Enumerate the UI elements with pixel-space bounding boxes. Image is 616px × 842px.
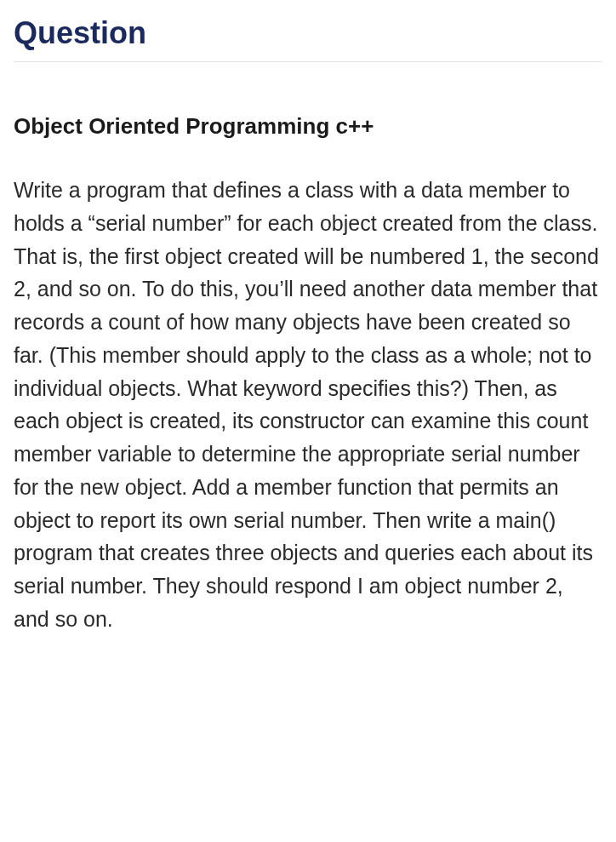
subject-title: Object Oriented Programming c++	[14, 113, 602, 140]
question-heading: Question	[14, 15, 602, 51]
section-divider	[14, 61, 602, 62]
question-body-text: Write a program that defines a class wit…	[14, 174, 602, 636]
